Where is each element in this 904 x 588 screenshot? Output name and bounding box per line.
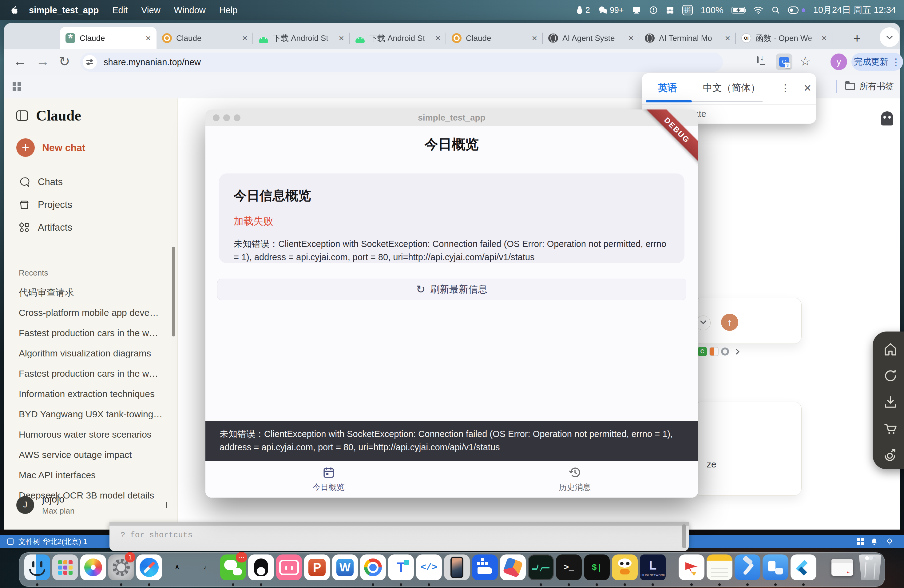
browser-tab[interactable]: 下载 Android St×	[349, 27, 446, 49]
cart-icon[interactable]	[883, 421, 898, 436]
recent-chat-item[interactable]: Cross-platform mobile app deve…	[19, 303, 166, 323]
tab-close-icon[interactable]: ×	[145, 33, 151, 43]
sync-status-icon[interactable]	[649, 6, 658, 14]
translate-tab-target[interactable]: 中文（简体）	[703, 82, 760, 95]
recent-chat-item[interactable]: Mac API interfaces	[19, 465, 166, 485]
new-tab-button[interactable]: +	[853, 31, 861, 46]
favicon-circle[interactable]	[721, 348, 729, 356]
dock-item-finder[interactable]	[24, 553, 50, 586]
wifi-icon[interactable]	[753, 6, 763, 14]
dock-item-lilisi[interactable]: LLILISI NETWORK	[640, 553, 666, 586]
browser-menu-dots[interactable]: ⋮	[891, 57, 901, 67]
recent-chat-item[interactable]: Humorous water store scenarios	[19, 424, 166, 445]
window-manager-icon[interactable]	[666, 6, 674, 14]
dock-item-powerpoint[interactable]: P	[304, 553, 330, 586]
tab-close-icon[interactable]: ×	[532, 33, 537, 43]
refresh-icon[interactable]	[883, 368, 898, 383]
dock-item-photos[interactable]	[80, 553, 106, 586]
dock-item-settings[interactable]: 1	[108, 553, 134, 586]
battery-icon[interactable]	[732, 7, 745, 14]
dock-item-docker[interactable]	[472, 553, 498, 586]
dock-item-cube[interactable]	[500, 553, 526, 586]
recent-chat-item[interactable]: BYD Yangwang U9X tank-towing…	[19, 404, 166, 424]
dock-item-paper-arrow[interactable]	[679, 553, 705, 586]
display-icon[interactable]	[632, 6, 641, 14]
claude-logo[interactable]: Claude	[36, 107, 81, 124]
nav-item-today[interactable]: 今日概览	[205, 461, 452, 498]
dock-item-word[interactable]: W	[332, 553, 358, 586]
app-title-bar[interactable]: simple_test_app	[205, 109, 698, 126]
recent-chat-item[interactable]: Algorithm visualization diagrams	[19, 343, 166, 364]
active-app-name[interactable]: simple_test_app	[29, 5, 99, 15]
apps-grid-icon[interactable]	[13, 82, 16, 86]
recent-chat-item[interactable]: Information extraction techniques	[19, 384, 166, 404]
dock-item-bilibili[interactable]	[276, 553, 302, 586]
favicon-orange[interactable]	[710, 347, 719, 356]
new-chat-button[interactable]: + New chat	[16, 138, 85, 157]
menu-bar-clock[interactable]: 10月24日 周五 12:34	[813, 4, 896, 16]
home-icon[interactable]	[883, 342, 898, 357]
dock-item-xcode[interactable]	[735, 553, 760, 586]
expand-chevron-icon[interactable]	[734, 349, 739, 354]
finish-update-button[interactable]: 完成更新 ⋮	[852, 53, 903, 71]
url-text[interactable]: share.mynanian.top/new	[104, 57, 201, 67]
browser-tab[interactable]: OI函数 · Open We×	[736, 27, 832, 49]
menu-view[interactable]: View	[141, 5, 160, 15]
browser-tab[interactable]: *Claude×	[60, 27, 156, 49]
bell-icon[interactable]	[870, 537, 878, 545]
browser-tab[interactable]: AI Terminal Mo×	[639, 27, 736, 49]
scroll-to-bottom-button[interactable]	[696, 316, 711, 330]
site-settings-icon[interactable]	[83, 55, 97, 69]
forward-button[interactable]: →	[36, 54, 49, 69]
tab-close-icon[interactable]: ×	[338, 33, 344, 43]
translate-menu-dots[interactable]: ⋮	[781, 82, 790, 94]
share-target-icon[interactable]	[883, 448, 898, 463]
tab-close-icon[interactable]: ×	[628, 33, 634, 43]
input-method-icon[interactable]: 拼	[682, 5, 693, 15]
status-bar-text[interactable]: 文件树 华北2(北京) 1	[19, 537, 87, 547]
refresh-button[interactable]: ↻ 刷新最新信息	[217, 279, 686, 300]
bookmark-star-icon[interactable]: ☆	[800, 54, 811, 68]
tab-close-icon[interactable]: ×	[242, 33, 248, 43]
tab-close-icon[interactable]: ×	[725, 33, 730, 43]
browser-tab[interactable]: AI Agent Syste×	[543, 27, 639, 49]
apple-menu-icon[interactable]	[11, 6, 19, 15]
browser-tab[interactable]: Claude×	[156, 27, 253, 49]
all-bookmarks-button[interactable]: 所有书签	[860, 81, 894, 92]
dock-item-qq-music[interactable]: ♪	[192, 553, 218, 586]
grid-icon[interactable]	[857, 538, 860, 541]
sidebar-item-projects[interactable]: Projects	[19, 199, 72, 210]
dock-item-trae[interactable]: T	[388, 553, 414, 586]
dock-item-terminal[interactable]: >_	[556, 553, 582, 586]
install-app-icon[interactable]	[757, 57, 759, 63]
send-button[interactable]: ↑	[721, 314, 738, 331]
translate-tab-source[interactable]: 英语	[658, 82, 677, 95]
dock-item-duck[interactable]	[612, 553, 638, 586]
nav-item-history[interactable]: 历史消息	[452, 461, 698, 498]
favicon-green[interactable]: C	[698, 347, 707, 356]
dock-item-safari[interactable]	[136, 553, 162, 586]
sidebar-toggle-icon[interactable]	[16, 111, 28, 121]
tab-close-icon[interactable]: ×	[435, 33, 441, 43]
dock-item-minimized[interactable]	[829, 553, 855, 586]
download-icon[interactable]	[883, 395, 898, 409]
search-icon[interactable]	[771, 6, 780, 14]
recent-chat-item[interactable]: 代码审查请求	[19, 282, 166, 303]
browser-tab[interactable]: Claude×	[446, 27, 543, 49]
dock-item-vscode[interactable]: </>	[416, 553, 442, 586]
back-button[interactable]: ←	[13, 54, 27, 69]
recent-chat-item[interactable]: Fastest production cars in the w…	[19, 323, 166, 343]
dock-item-flutter[interactable]	[790, 553, 816, 586]
browser-tab[interactable]: 下载 Android St×	[253, 27, 349, 49]
qq-status-icon[interactable]: 2	[575, 6, 590, 15]
dock-item-freeform[interactable]	[763, 553, 789, 586]
profile-avatar[interactable]: y	[831, 54, 847, 70]
dock-item-app-store[interactable]: A	[164, 553, 190, 586]
app-minimize-button[interactable]	[223, 114, 230, 121]
translate-icon[interactable]: G	[776, 54, 792, 70]
control-center-icon[interactable]	[788, 6, 798, 14]
dock-item-wechat[interactable]: ⋯	[220, 553, 246, 586]
dock-item-qq[interactable]	[248, 553, 274, 586]
dock-item-iphone[interactable]	[444, 553, 470, 586]
menu-window[interactable]: Window	[174, 5, 206, 15]
